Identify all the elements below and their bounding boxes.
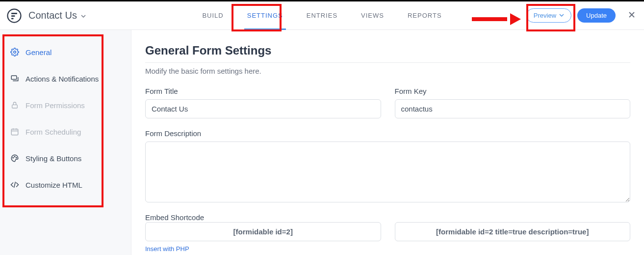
sidebar-item-label: Styling & Buttons	[26, 154, 81, 163]
sidebar-item-customize-html[interactable]: Customize HTML	[0, 171, 131, 198]
sidebar-item-general[interactable]: General	[0, 39, 131, 65]
sidebar-item-label: Form Scheduling	[26, 128, 81, 136]
close-button[interactable]	[624, 8, 639, 23]
tab-settings[interactable]: SETTINGS	[235, 1, 295, 29]
tab-reports[interactable]: REPORTS	[396, 1, 454, 29]
tab-label: BUILD	[202, 12, 223, 19]
svg-rect-5	[11, 76, 17, 80]
divider	[145, 62, 630, 63]
svg-rect-7	[11, 129, 18, 135]
form-key-label: Form Key	[395, 87, 631, 95]
form-description-input[interactable]	[145, 142, 630, 202]
svg-point-4	[14, 51, 16, 54]
svg-point-10	[16, 157, 17, 158]
preview-button-label: Preview	[534, 12, 556, 19]
tab-build[interactable]: BUILD	[190, 1, 235, 29]
code-icon	[10, 180, 20, 189]
lock-icon	[10, 101, 20, 110]
tab-label: ENTRIES	[307, 12, 337, 19]
layers-icon	[10, 74, 20, 83]
tab-label: VIEWS	[361, 12, 384, 19]
svg-rect-2	[11, 15, 15, 17]
tab-views[interactable]: VIEWS	[349, 1, 396, 29]
svg-rect-6	[12, 105, 18, 108]
update-button-label: Update	[586, 12, 607, 19]
update-button[interactable]: Update	[577, 8, 616, 23]
app-logo-icon	[7, 8, 22, 23]
tab-label: REPORTS	[408, 12, 442, 19]
form-description-label: Form Description	[145, 129, 630, 138]
gear-icon	[10, 48, 20, 57]
sidebar-item-label: Customize HTML	[26, 181, 82, 189]
svg-point-8	[13, 157, 14, 158]
form-switcher-label: Contact Us	[28, 10, 77, 21]
embed-shortcode-label: Embed Shortcode	[145, 213, 204, 222]
svg-point-9	[14, 156, 15, 157]
caret-down-icon	[559, 12, 564, 19]
close-icon	[628, 10, 635, 21]
embed-shortcode-long[interactable]: [formidable id=2 title=true description=…	[395, 222, 631, 241]
insert-with-php-link[interactable]: Insert with PHP	[145, 245, 189, 253]
embed-shortcode-short[interactable]: [formidable id=2]	[145, 222, 381, 241]
sidebar-item-scheduling[interactable]: Form Scheduling	[0, 118, 131, 145]
form-title-label: Form Title	[145, 87, 381, 95]
form-switcher[interactable]: Contact Us	[28, 10, 86, 21]
svg-rect-1	[11, 13, 17, 14]
sidebar-item-actions[interactable]: Actions & Notifications	[0, 65, 131, 92]
page-subtitle: Modify the basic form settings here.	[145, 67, 630, 75]
form-key-input[interactable]	[395, 99, 631, 118]
sidebar-item-label: Actions & Notifications	[26, 75, 99, 83]
sidebar-item-permissions[interactable]: Form Permissions	[0, 92, 131, 118]
tab-entries[interactable]: ENTRIES	[295, 1, 349, 29]
header-tabs: BUILD SETTINGS ENTRIES VIEWS REPORTS	[190, 1, 453, 29]
caret-down-icon	[81, 10, 86, 21]
preview-button[interactable]: Preview	[526, 8, 571, 23]
sidebar-item-label: General	[26, 48, 52, 57]
sidebar-item-label: Form Permissions	[26, 101, 85, 110]
sidebar-item-styling[interactable]: Styling & Buttons	[0, 145, 131, 171]
palette-icon	[10, 154, 20, 163]
tab-label: SETTINGS	[247, 12, 283, 19]
svg-rect-3	[11, 18, 14, 19]
form-title-input[interactable]	[145, 99, 381, 118]
calendar-icon	[10, 127, 20, 136]
settings-sidebar: General Actions & Notifications Form Per…	[0, 30, 131, 255]
page-title: General Form Settings	[145, 44, 630, 57]
app-header: Contact Us BUILD SETTINGS ENTRIES VIEWS …	[0, 1, 644, 30]
main-panel: General Form Settings Modify the basic f…	[131, 30, 644, 255]
